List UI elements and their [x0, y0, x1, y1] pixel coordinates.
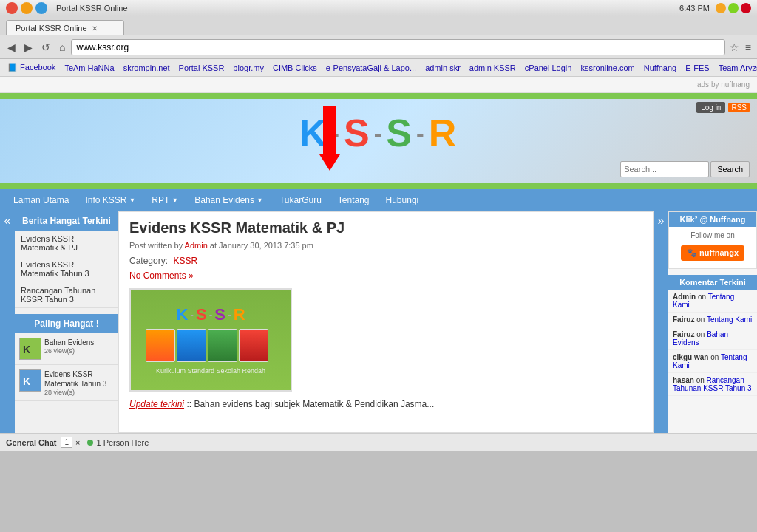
os-icon-yellow — [21, 2, 33, 14]
clock: 6:43 PM — [679, 4, 710, 13]
navigation-bar: Laman Utama Info KSSR ▼ RPT ▼ Bahan Evid… — [0, 189, 757, 211]
window-controls — [716, 3, 751, 13]
home-button[interactable]: ⌂ — [56, 40, 68, 55]
left-collapse-arrow[interactable]: « — [0, 211, 15, 433]
bookmark-portal-kssr[interactable]: Portal KSSR — [176, 63, 228, 73]
close-button[interactable] — [741, 3, 751, 13]
settings-icon[interactable]: ≡ — [744, 40, 753, 55]
bookmark-efes[interactable]: E-FES — [682, 63, 712, 73]
bookmark-pensyata[interactable]: e-PensyataGaji & Lapo... — [323, 63, 419, 73]
popular-item-2: K Evidens KSSR Matematik Tahun 3 28 view… — [15, 365, 118, 401]
reload-button[interactable]: ↺ — [38, 40, 53, 55]
post-author[interactable]: Admin — [185, 241, 208, 250]
star-icon[interactable]: ☆ — [728, 40, 741, 55]
chat-title: General Chat — [6, 438, 56, 447]
post-update-line: Update terkini :: Bahan evidens bagi sub… — [129, 399, 642, 409]
right-collapse-arrow[interactable]: » — [654, 211, 668, 433]
popular-title: Paling Hangat ! — [15, 314, 118, 333]
komentar-user-0: Admin — [673, 293, 696, 301]
nav-hubungi-label: Hubungi — [386, 195, 419, 205]
chat-close-button[interactable]: × — [75, 438, 80, 447]
bookmark-team-hanna[interactable]: TeAm HaNNa — [61, 63, 117, 73]
nav-laman-utama[interactable]: Laman Utama — [6, 192, 76, 208]
book-3 — [208, 329, 237, 362]
address-bar[interactable] — [71, 39, 724, 55]
ads-bar: ads by nuffnang — [0, 77, 757, 93]
nuffnang-content: Follow me on 🐾 nuffnangx — [669, 227, 756, 268]
komentar-item-3: cikgu wan on Tentang Kami — [668, 350, 757, 373]
category-label: Category: — [129, 256, 168, 266]
komentar-user-3: cikgu wan — [673, 353, 708, 361]
ads-text: ads by nuffnang — [697, 81, 750, 89]
person-count-text: 1 Person Here — [96, 438, 149, 447]
nav-bahan-evidens[interactable]: Bahan Evidens ▼ — [187, 192, 271, 208]
sidebar-link-evidens-matematik-pj[interactable]: Evidens KSSR Matematik & PJ — [15, 231, 118, 256]
popular-text-1: Bahan Evidens 26 view(s) — [44, 338, 94, 355]
bookmark-cimb[interactable]: CIMB Clicks — [270, 63, 320, 73]
nav-laman-utama-label: Laman Utama — [13, 195, 69, 205]
post-category-link[interactable]: KSSR — [173, 256, 197, 266]
komentar-title: Komentar Terkini — [668, 275, 757, 290]
popular-label-2[interactable]: Evidens KSSR Matematik Tahun 3 — [44, 369, 114, 389]
komentar-item-2: Fairuz on Bahan Evidens — [668, 327, 757, 350]
bookmark-admin-kssr[interactable]: admin KSSR — [466, 63, 519, 73]
post-image: K - S - S - R Kurikulum Standard — [129, 288, 292, 392]
post-update-label[interactable]: Update terkini — [129, 399, 184, 409]
nav-hubungi[interactable]: Hubungi — [378, 192, 427, 208]
puzzle-connector2: - — [374, 120, 384, 147]
popular-views-2: 28 view(s) — [44, 389, 114, 396]
forward-button[interactable]: ▶ — [21, 40, 35, 55]
nav-tentang-label: Tentang — [338, 195, 370, 205]
bookmark-blogr[interactable]: blogr.my — [230, 63, 267, 73]
nuffnang-logo[interactable]: 🐾 nuffnangx — [681, 245, 744, 261]
puzzle-connector3: - — [416, 120, 426, 147]
search-button[interactable]: Search — [710, 161, 750, 177]
letter-s2: S — [386, 111, 413, 155]
post-at: at — [210, 241, 217, 250]
nav-tentang[interactable]: Tentang — [330, 192, 377, 208]
toolbar-icons: ☆ ≡ — [728, 40, 753, 55]
komentar-item-4: hasan on Rancangan Tahunan KSSR Tahun 3 — [668, 373, 757, 396]
nav-info-kssr[interactable]: Info KSSR ▼ — [78, 192, 143, 208]
sidebar-link-evidens-matematik-tahun3[interactable]: Evidens KSSR Matematik Tahun 3 — [15, 256, 118, 282]
bookmark-nuffnang[interactable]: Nuffnang — [641, 63, 679, 73]
bookmark-skrompin[interactable]: skrompin.net — [120, 63, 173, 73]
minimize-button[interactable] — [716, 3, 726, 13]
bookmark-facebook[interactable]: 📘 Facebook — [4, 62, 58, 73]
search-input[interactable] — [620, 161, 709, 177]
bookmark-kssronline[interactable]: kssronline.com — [577, 63, 637, 73]
komentar-link-1[interactable]: Tentang Kami — [707, 316, 752, 324]
post-update-text: :: Bahan evidens bagi subjek Matematik &… — [186, 399, 434, 409]
post-title: Evidens KSSR Matematik & PJ — [129, 219, 642, 236]
nuffnang-box: Klik² @ Nuffnang Follow me on 🐾 nuffnang… — [668, 211, 757, 269]
mini-r: R — [234, 305, 245, 324]
back-button[interactable]: ◀ — [4, 40, 18, 55]
post-date: January 30, 2013 7:35 pm — [219, 241, 313, 250]
popular-label-1[interactable]: Bahan Evidens — [44, 338, 94, 347]
header-banner: Log in RSS K - S - S - R KURIKULUM STAND… — [0, 93, 757, 189]
active-tab[interactable]: Portal KSSR Online ✕ — [6, 20, 124, 35]
komentar-on-2: on — [696, 330, 707, 338]
komentar-user-1: Fairuz — [673, 316, 694, 324]
tab-close-icon[interactable]: ✕ — [92, 24, 98, 33]
bookmark-cpanel[interactable]: cPanel Login — [522, 63, 575, 73]
book-1 — [146, 329, 175, 362]
nav-tukarguru[interactable]: TukarGuru — [272, 192, 329, 208]
komentar-user-2: Fairuz — [673, 330, 694, 338]
sidebar-link-rancangan-tahunan[interactable]: Rancangan Tahunan KSSR Tahun 3 — [15, 282, 118, 308]
os-icon-red — [6, 2, 18, 14]
bookmark-admin-skr[interactable]: admin skr — [422, 63, 464, 73]
komentar-user-4: hasan — [673, 376, 694, 384]
nav-rpt[interactable]: RPT ▼ — [144, 192, 186, 208]
berita-title: Berita Hangat Terkini — [15, 211, 118, 231]
post-comments-link[interactable]: No Comments » — [129, 270, 642, 281]
rss-icon[interactable]: RSS — [728, 103, 750, 112]
right-sidebar: Klik² @ Nuffnang Follow me on 🐾 nuffnang… — [668, 211, 757, 433]
bookmark-team-aryzs[interactable]: Team Aryzs — [716, 63, 757, 73]
maximize-button[interactable] — [728, 3, 739, 13]
svg-text:K: K — [23, 375, 30, 387]
login-button[interactable]: Log in — [696, 102, 725, 113]
browser-tabs: Portal KSSR Online ✕ — [0, 16, 757, 35]
kssr-puzzle-mini: K - S - S - R — [176, 305, 245, 324]
info-kssr-dropdown-icon: ▼ — [129, 197, 135, 204]
